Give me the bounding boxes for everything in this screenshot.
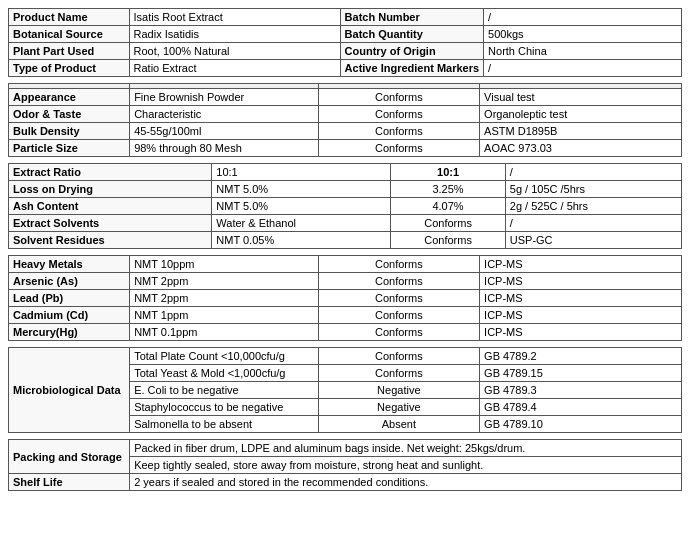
packing-line: Packed in fiber drum, LDPE and aluminum … <box>130 440 682 457</box>
hm-result: Conforms <box>318 290 480 307</box>
hm-method: ICP-MS <box>480 273 682 290</box>
header-label: Botanical Source <box>9 26 130 43</box>
analysis-item: Odor & Taste <box>9 106 130 123</box>
hm-item: Mercury(Hg) <box>9 324 130 341</box>
hm-method: ICP-MS <box>480 324 682 341</box>
analysis-result: Conforms <box>318 106 480 123</box>
analysis-table-top: Appearance Fine Brownish Powder Conforms… <box>8 83 682 157</box>
header-value: Root, 100% Natural <box>129 43 340 60</box>
header-value2: 500kgs <box>484 26 682 43</box>
analysis-result: Conforms <box>391 215 505 232</box>
hm-spec: NMT 1ppm <box>130 307 318 324</box>
analysis-spec: 10:1 <box>212 164 391 181</box>
hm-spec: NMT 10ppm <box>130 256 318 273</box>
micro-spec: E. Coli to be negative <box>130 382 318 399</box>
micro-method: GB 4789.15 <box>480 365 682 382</box>
analysis-method: 5g / 105C /5hrs <box>505 181 681 198</box>
analysis-item: Loss on Drying <box>9 181 212 198</box>
header-label2: Active Ingredient Markers <box>340 60 484 77</box>
micro-spec: Staphylococcus to be negative <box>130 399 318 416</box>
hm-method: ICP-MS <box>480 290 682 307</box>
analysis-result: Conforms <box>318 140 480 157</box>
header-value: Radix Isatidis <box>129 26 340 43</box>
analysis-item: Extract Ratio <box>9 164 212 181</box>
hm-item: Lead (Pb) <box>9 290 130 307</box>
hm-result: Conforms <box>318 256 480 273</box>
micro-result: Conforms <box>318 348 480 365</box>
hm-method: ICP-MS <box>480 256 682 273</box>
micro-spec: Total Yeast & Mold <1,000cfu/g <box>130 365 318 382</box>
analysis-method: / <box>505 215 681 232</box>
analysis-spec: Fine Brownish Powder <box>130 89 318 106</box>
header-label: Product Name <box>9 9 130 26</box>
micro-spec: Salmonella to be absent <box>130 416 318 433</box>
analysis-item: Particle Size <box>9 140 130 157</box>
analysis-item: Ash Content <box>9 198 212 215</box>
header-label: Type of Product <box>9 60 130 77</box>
analysis-spec: NMT 0.05% <box>212 232 391 249</box>
analysis-item: Bulk Density <box>9 123 130 140</box>
hm-result: Conforms <box>318 273 480 290</box>
hm-method: ICP-MS <box>480 307 682 324</box>
packing-label: Packing and Storage <box>9 440 130 474</box>
analysis-item: Extract Solvents <box>9 215 212 232</box>
analysis-item: Appearance <box>9 89 130 106</box>
header-table: Product Name Isatis Root Extract Batch N… <box>8 8 682 77</box>
heavy-metals-table: Heavy Metals NMT 10ppm Conforms ICP-MS A… <box>8 255 682 341</box>
analysis-result: 4.07% <box>391 198 505 215</box>
analysis-spec: 98% through 80 Mesh <box>130 140 318 157</box>
micro-spec: Total Plate Count <10,000cfu/g <box>130 348 318 365</box>
micro-label: Microbiological Data <box>9 348 130 433</box>
hm-result: Conforms <box>318 324 480 341</box>
analysis-method: ASTM D1895B <box>480 123 682 140</box>
analysis-method: AOAC 973.03 <box>480 140 682 157</box>
analysis-spec: Characteristic <box>130 106 318 123</box>
header-label2: Batch Quantity <box>340 26 484 43</box>
header-label2: Batch Number <box>340 9 484 26</box>
header-label2: Country of Origin <box>340 43 484 60</box>
packing-table: Packing and Storage Packed in fiber drum… <box>8 439 682 491</box>
analysis-result: 3.25% <box>391 181 505 198</box>
analysis-result: Conforms <box>318 123 480 140</box>
micro-result: Negative <box>318 399 480 416</box>
hm-item: Cadmium (Cd) <box>9 307 130 324</box>
micro-method: GB 4789.2 <box>480 348 682 365</box>
analysis-method: / <box>505 164 681 181</box>
hm-item: Arsenic (As) <box>9 273 130 290</box>
micro-method: GB 4789.10 <box>480 416 682 433</box>
analysis-method: USP-GC <box>505 232 681 249</box>
header-value: Ratio Extract <box>129 60 340 77</box>
analysis-result: Conforms <box>318 89 480 106</box>
hm-result: Conforms <box>318 307 480 324</box>
hm-item: Heavy Metals <box>9 256 130 273</box>
header-value2: / <box>484 60 682 77</box>
header-value: Isatis Root Extract <box>129 9 340 26</box>
analysis-item: Solvent Residues <box>9 232 212 249</box>
micro-method: GB 4789.3 <box>480 382 682 399</box>
analysis-result: 10:1 <box>391 164 505 181</box>
micro-result: Conforms <box>318 365 480 382</box>
analysis-spec: 45-55g/100ml <box>130 123 318 140</box>
header-value2: / <box>484 9 682 26</box>
analysis-result: Conforms <box>391 232 505 249</box>
microbiological-table: Microbiological Data Total Plate Count <… <box>8 347 682 433</box>
analysis-spec: Water & Ethanol <box>212 215 391 232</box>
header-value2: North China <box>484 43 682 60</box>
micro-result: Negative <box>318 382 480 399</box>
hm-spec: NMT 2ppm <box>130 290 318 307</box>
analysis-method: Visual test <box>480 89 682 106</box>
micro-result: Absent <box>318 416 480 433</box>
hm-spec: NMT 2ppm <box>130 273 318 290</box>
header-label: Plant Part Used <box>9 43 130 60</box>
micro-method: GB 4789.4 <box>480 399 682 416</box>
analysis-spec: NMT 5.0% <box>212 198 391 215</box>
shelf-life-value: 2 years if sealed and stored in the reco… <box>130 474 682 491</box>
analysis-method: Organoleptic test <box>480 106 682 123</box>
analysis-table-mid: Extract Ratio 10:1 10:1 / Loss on Drying… <box>8 163 682 249</box>
shelf-life-label: Shelf Life <box>9 474 130 491</box>
packing-line: Keep tightly sealed, store away from moi… <box>130 457 682 474</box>
hm-spec: NMT 0.1ppm <box>130 324 318 341</box>
analysis-method: 2g / 525C / 5hrs <box>505 198 681 215</box>
analysis-spec: NMT 5.0% <box>212 181 391 198</box>
